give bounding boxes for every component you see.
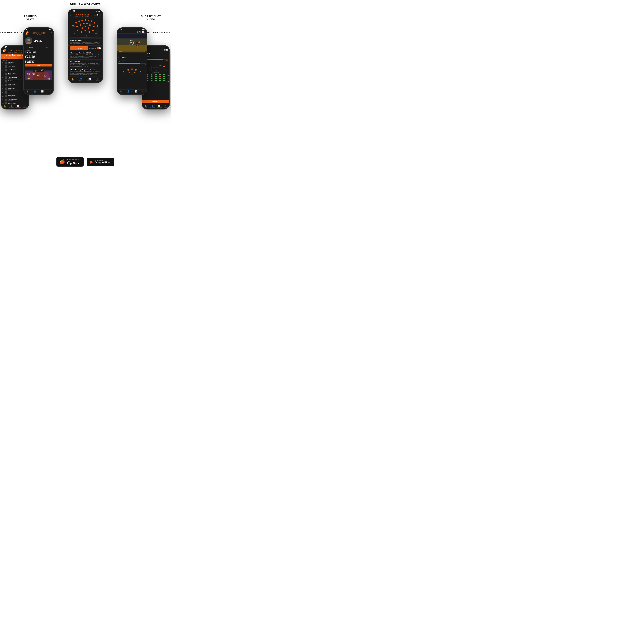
start-btn-row: START Record Video xyxy=(68,46,102,51)
last30-value: Shots 459 xyxy=(25,56,52,58)
training-screen: 7:29 ▲ ◆ ■ 🔔 28 SWISH-HOOP SHOTS THAT CO… xyxy=(24,28,53,95)
logo-tr: SWISH-HOOP SHOTS THAT COUNT xyxy=(32,31,47,35)
logo-center: SWISH-HOOP SHOTS THAT COUNT xyxy=(76,13,90,17)
bottom-nav-sbs: ⛹ Play 👤 My Locker 📊 Leaderboards ⚙ Sett… xyxy=(117,90,147,95)
nav-locker-db[interactable]: 👤 My Locker xyxy=(149,105,156,108)
nav-play-db[interactable]: ⛹ Play xyxy=(142,105,149,108)
row-label-30: 30 xyxy=(167,81,169,82)
nav-leaders-lb[interactable]: 📊 Leaderboards xyxy=(15,105,22,108)
dot-11 xyxy=(159,76,161,77)
record-toggle[interactable]: Record Video xyxy=(89,47,101,49)
record-toggle-pill[interactable] xyxy=(97,47,101,49)
nav-settings-sbs[interactable]: ⚙ Settings xyxy=(139,90,147,94)
profile-avatar-tr xyxy=(25,37,32,44)
nav-settings-tr[interactable]: ⚙ Settings xyxy=(46,90,53,94)
dot-15 xyxy=(151,78,152,79)
bottom-nav-lb: ⛹ Play 👤 My Locker 📊 Leaderboards ⚙ Sett… xyxy=(1,104,28,109)
nav-play-c[interactable]: ⛹ Play xyxy=(68,78,77,81)
zone-chart: 25/44 57% 68/82 84% 123/165 75% 22/22 10… xyxy=(25,67,52,80)
drill-item-1: ♡ Baby Jumpers Start on the right block … xyxy=(68,60,102,68)
svg-point-36 xyxy=(85,19,86,21)
nav-leaders-c[interactable]: 📊 Leaderboards xyxy=(85,78,94,81)
shotbyshot-screen: ▲◆ ■■■ SH-HOOP ⊞ 📷 📊 ↗ xyxy=(117,28,147,95)
svg-text:68%: 68% xyxy=(44,76,47,77)
nav-locker-c[interactable]: 👤 My Locker xyxy=(77,78,85,81)
heart-icon-main[interactable]: ♡ xyxy=(99,40,101,41)
nav-leaders-tr[interactable]: 📊 Leaderboards xyxy=(39,90,46,94)
center-phone: 10:05 ▲◆■■ ← SWISH-HOOP SHOTS THAT COUNT… xyxy=(68,9,103,83)
header-icons-center: 📷 📊 👤 xyxy=(94,14,101,16)
center-screen: 10:05 ▲◆■■ ← SWISH-HOOP SHOTS THAT COUNT… xyxy=(68,10,102,82)
nav-leaders-sbs[interactable]: 📊 Leaderboards xyxy=(132,90,139,94)
bell-wrap-tr: 🔔 28 xyxy=(25,32,28,35)
svg-rect-31 xyxy=(83,37,88,37)
drill-breakdown-label: DRILL BREAKDOWN xyxy=(144,31,171,34)
player-avatar xyxy=(5,95,7,97)
bottom-nav-tr: ⛹ Play 👤 My Locker 📊 Leaderboards ⚙ Sett… xyxy=(24,90,53,95)
notification-badge-tr: 28 xyxy=(26,31,28,33)
svg-point-88 xyxy=(163,66,165,67)
tab-profile-tr[interactable]: Profile xyxy=(24,46,39,49)
shots-label-sbs: Shots 3 of 20 xyxy=(118,53,126,55)
sbs-info-row: Shots 3 of 20 xyxy=(117,53,147,55)
drill-desc-0: Start at the left baseline low post 8 fe… xyxy=(70,54,101,58)
heart-1[interactable]: ♡ xyxy=(99,61,101,62)
apple-btn-text: Download on the App Store xyxy=(67,159,81,165)
drills-list: ♡ 5 Spot Close Repetition 50 Makes Start… xyxy=(68,51,102,81)
nav-play-sbs[interactable]: ⛹ Play xyxy=(117,90,125,94)
player-name: Maria Thomas xyxy=(8,69,16,70)
bell-wrap-lb: 🔔 0 xyxy=(3,50,5,52)
username-tr: CMac23 xyxy=(34,40,42,42)
google-play-btn[interactable]: ▶ GET IT ON Google Play xyxy=(87,158,114,166)
dot-17 xyxy=(159,78,161,79)
heart-0[interactable]: ♡ xyxy=(99,52,101,54)
svg-rect-59 xyxy=(117,34,147,38)
svg-point-53 xyxy=(88,31,90,33)
nav-locker-tr[interactable]: 👤 My Locker xyxy=(31,90,39,94)
lastsession-value: Shots 25 xyxy=(25,61,52,63)
leaderboards-label: LEADERBOARDS xyxy=(0,31,22,34)
heart-2[interactable]: ♡ xyxy=(99,69,101,71)
nav-leaders-db[interactable]: 📊 Leaderboards xyxy=(156,105,163,108)
locker-icon-c: 👤 xyxy=(77,78,85,80)
start-button[interactable]: START xyxy=(70,46,88,50)
nav-locker-lb[interactable]: 👤 My Locker xyxy=(8,105,15,108)
time-lb: 3:07 xyxy=(4,46,7,48)
tab-stats-tr[interactable]: Stats xyxy=(39,46,53,49)
share-stats-btn[interactable]: ARE STATS xyxy=(142,100,169,103)
progress-bar-sbs xyxy=(118,63,146,64)
nav-play-lb[interactable]: ⛹ Play xyxy=(1,105,8,108)
svg-point-89 xyxy=(159,65,161,66)
header-center: ← SWISH-HOOP SHOTS THAT COUNT 📷 📊 👤 xyxy=(68,13,102,18)
apple-icon: 🍎 xyxy=(59,159,65,165)
nav-settings-lb[interactable]: ⚙ Settings xyxy=(22,105,28,108)
svg-rect-26 xyxy=(68,18,102,38)
svg-point-43 xyxy=(83,23,85,24)
svg-point-51 xyxy=(92,30,94,31)
nav-locker-sbs[interactable]: 👤 My Locker xyxy=(125,90,132,94)
svg-text:62%: 62% xyxy=(27,78,30,79)
back-arrow-center[interactable]: ← xyxy=(70,14,72,16)
leaders-icon-c: 📊 xyxy=(85,78,94,80)
share-icon-sbs[interactable]: ↗ xyxy=(144,31,146,33)
drill-title-0: 5 Spot Close Repetition 50 Makes xyxy=(70,52,101,54)
apple-store-btn[interactable]: 🍎 Download on the App Store xyxy=(56,157,84,167)
notification-badge-lb: 0 xyxy=(4,49,6,51)
nav-settings-db[interactable]: ⚙ Settings xyxy=(163,105,169,108)
nav-play-tr[interactable]: ⛹ Play xyxy=(24,90,31,94)
dot-24 xyxy=(163,80,165,81)
sbs-court xyxy=(117,65,147,76)
svg-point-78 xyxy=(123,71,124,72)
profile-row-tr: CMac23 xyxy=(24,36,53,46)
player-name: Tammy Green xyxy=(8,95,15,96)
sbs-date-row: Apr 06, 2020 xyxy=(117,59,147,62)
player-rank: 10 xyxy=(2,96,4,97)
dot-22 xyxy=(155,80,157,81)
svg-rect-72 xyxy=(119,51,122,52)
svg-point-49 xyxy=(88,27,89,29)
player-avatar xyxy=(5,76,7,79)
nav-settings-c[interactable]: ⚙ Settings xyxy=(94,78,102,81)
overall-label: OVERALL xyxy=(25,50,52,51)
player-rank: 9 xyxy=(2,92,4,93)
svg-point-39 xyxy=(94,22,95,24)
